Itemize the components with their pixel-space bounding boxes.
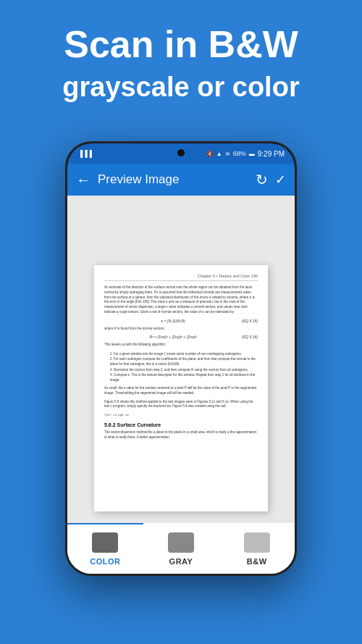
status-bar: ▌▌▌ 🔇 ▲ ≋ 68% ▬ 9:29 PM: [67, 143, 295, 164]
tab-bw[interactable]: B&W: [219, 523, 295, 574]
doc-list: 1. For a given window into the image I, …: [110, 351, 258, 382]
signal-icon: ▌▌▌: [80, 150, 94, 157]
status-right: 🔇 ▲ ≋ 68% ▬ 9:29 PM: [206, 150, 285, 158]
tab-bar: COLORGRAYB&W: [67, 523, 295, 574]
phone-mockup: ▌▌▌ 🔇 ▲ ≋ 68% ▬ 9:29 PM ← Preview Image …: [65, 141, 297, 576]
doc-section-para: The vector-dispersion method fits a plan…: [104, 430, 258, 440]
list-item: 4. Compute κ. This is the texture descri…: [110, 372, 258, 382]
phone-frame: ▌▌▌ 🔇 ▲ ≋ 68% ▬ 9:29 PM ← Preview Image …: [65, 141, 297, 576]
signal-bars-icon: ▲: [216, 151, 222, 157]
back-button[interactable]: ←: [76, 172, 90, 188]
status-time: 9:29 PM: [258, 150, 285, 158]
app-bar: ← Preview Image ↻ ✓: [67, 164, 295, 196]
doc-code: text s3.pgm vd: [104, 413, 258, 417]
list-item: 1. For a given window into the image I, …: [110, 351, 258, 356]
doc-para1: An estimate of the direction of the surf…: [104, 285, 258, 315]
doc-section-title: 5.6.2 Surface Curvature: [104, 422, 258, 427]
bw-label: B&W: [247, 557, 267, 566]
color-swatch: [92, 532, 118, 553]
bw-swatch: [244, 532, 270, 553]
wifi-icon: ≋: [225, 151, 230, 157]
hero-section: Scan in B&W grayscale or color: [0, 0, 362, 104]
doc-eq2: R² = (Σnxi)² + (Σnyi)² + (Σnzi)² (EQ 5.1…: [104, 335, 258, 339]
tab-gray[interactable]: GRAY: [143, 523, 219, 574]
phone-inner: ▌▌▌ 🔇 ▲ ≋ 68% ▬ 9:29 PM ← Preview Image …: [67, 143, 295, 574]
hero-title: Scan in B&W: [0, 23, 362, 67]
doc-para3: This leaves us with the following algori…: [104, 343, 258, 348]
app-bar-title: Preview Image: [98, 172, 248, 187]
status-left: ▌▌▌: [80, 150, 94, 157]
mute-icon: 🔇: [206, 151, 214, 157]
doc-para2: where R is found from the normal vectors…: [104, 327, 258, 332]
refresh-button[interactable]: ↻: [256, 171, 268, 188]
document-page: Chapter 9 • Texture and Color 195 An est…: [94, 265, 268, 511]
color-label: COLOR: [90, 557, 120, 566]
battery-icon: ▬: [249, 151, 255, 157]
chapter-header: Chapter 9 • Texture and Color 195: [104, 274, 258, 281]
doc-eq1: κ = (N-1)/(N-R) (EQ 5.15): [104, 319, 258, 323]
camera-notch: [177, 149, 185, 156]
doc-para4: As small, the κ value for the window cen…: [104, 386, 258, 396]
doc-para5: Figure 5.9 shows this method applied to …: [104, 400, 258, 410]
gray-label: GRAY: [169, 557, 193, 566]
tab-color[interactable]: COLOR: [67, 523, 143, 574]
battery-percentage: 68%: [233, 150, 246, 157]
hero-subtitle: grayscale or color: [0, 71, 362, 104]
list-item: 2. For each subregion compute the coeffi…: [110, 356, 258, 367]
document-area: Chapter 9 • Texture and Color 195 An est…: [67, 196, 295, 574]
list-item: 3. Normalize the vectors from step 2, an…: [110, 367, 258, 372]
confirm-button[interactable]: ✓: [275, 172, 286, 188]
gray-swatch: [168, 532, 194, 553]
